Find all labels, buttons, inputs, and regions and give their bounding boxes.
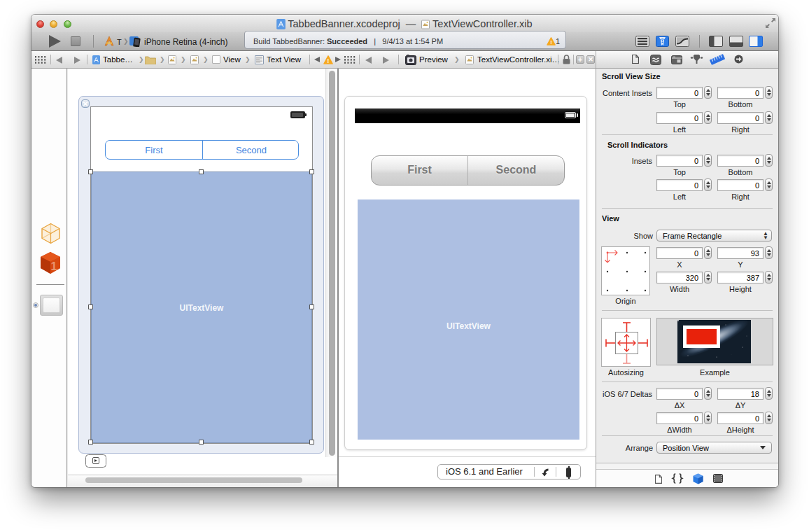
svg-text:1: 1 <box>51 260 57 272</box>
svg-text:!: ! <box>550 39 552 46</box>
svg-text:!: ! <box>328 57 330 64</box>
